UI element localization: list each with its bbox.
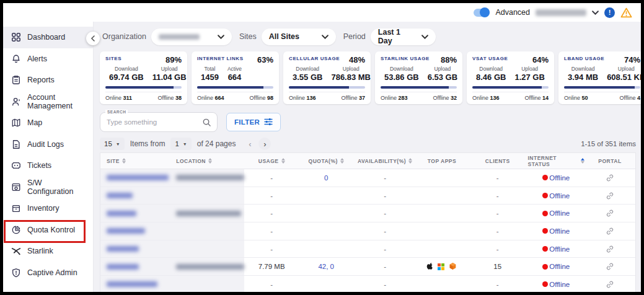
next-page-button[interactable]: › [258, 138, 271, 150]
card-col2-value: 608.51 KB [607, 73, 641, 82]
sidebar-item-audit-logs[interactable]: Audit Logs [3, 134, 93, 156]
prev-page-button[interactable]: ‹ [244, 138, 256, 150]
site-cell[interactable] [100, 240, 170, 258]
internet-status-cell: Offline [528, 169, 584, 187]
stat-card: SITES 89% Download69.74 GB Upload11.04 G… [100, 51, 187, 104]
portal-link-icon[interactable] [606, 192, 614, 200]
sidebar-item-starlink[interactable]: Starlink [3, 240, 93, 262]
portal-link-icon[interactable] [606, 262, 614, 271]
search-icon [202, 118, 211, 127]
sidebar-item-account-management[interactable]: Account Management [3, 91, 93, 113]
portal-link-icon[interactable] [606, 209, 614, 218]
table-row: - - - Offline [100, 205, 635, 222]
column-header-portal: PORTAL [584, 158, 635, 164]
column-header-internet-status[interactable]: INTERNET STATUS [528, 155, 584, 167]
sidebar: Dashboard Alerts Reports Account Managem… [3, 22, 94, 292]
card-online: Online 136 [289, 95, 316, 101]
site-cell[interactable] [100, 169, 170, 187]
offline-status-dot [542, 246, 548, 252]
page-select[interactable]: 1▼ [170, 138, 191, 150]
column-header-availability[interactable]: AVAILABILITY(%) [353, 158, 417, 164]
info-badge-icon[interactable]: ! [604, 7, 615, 18]
portal-link-icon[interactable] [606, 280, 614, 289]
chevron-down-icon [218, 35, 224, 39]
table-row: - - - Offline [100, 222, 635, 240]
sites-select[interactable]: All Sites [262, 29, 336, 45]
sort-icon [340, 158, 344, 164]
card-col1-label: Total [201, 66, 219, 72]
period-label: Period [343, 32, 366, 41]
sidebar-item-quota-kontrol[interactable]: Quota Kontrol [3, 219, 93, 241]
sidebar-item-alerts[interactable]: Alerts [3, 48, 93, 70]
quota-cell[interactable] [299, 187, 353, 205]
quota-cell[interactable] [299, 205, 353, 222]
quota-cell[interactable] [299, 222, 353, 240]
column-header-quota[interactable]: QUOTA(%) [299, 158, 353, 164]
availability-cell: - [353, 169, 417, 187]
portal-cell [584, 258, 635, 275]
period-select[interactable]: Last 1 Day [371, 29, 436, 45]
site-cell[interactable] [100, 222, 170, 240]
stat-card: INTERNET LINKS 63% Total1459 Active664 O… [192, 51, 279, 104]
portal-link-icon[interactable] [606, 174, 614, 182]
card-col1-value: 3.55 GB [293, 73, 322, 82]
location-redacted [176, 264, 244, 270]
quota-cell[interactable] [299, 240, 353, 258]
advanced-toggle[interactable] [474, 9, 490, 17]
warning-icon[interactable] [620, 7, 632, 18]
site-cell[interactable] [100, 205, 170, 222]
pie-chart-icon [11, 224, 21, 235]
usage-cell: - [244, 276, 299, 292]
card-col2-label: Upload [514, 66, 544, 72]
card-col1-label: Download [293, 66, 322, 72]
card-online: Online 283 [381, 95, 408, 101]
search-row: SEARCH FILTER [100, 112, 636, 132]
sidebar-item-sw-configuration[interactable]: S/W Configuration [3, 177, 93, 198]
card-offline: Offline 32 [433, 95, 457, 101]
table-header: SITE LOCATION USAGE QUOTA(%) AVAILABILIT… [100, 153, 635, 169]
sidebar-item-dashboard[interactable]: Dashboard [3, 27, 93, 48]
portal-link-icon[interactable] [606, 245, 614, 253]
sidebar-item-inventory[interactable]: Inventory [3, 198, 93, 219]
sidebar-item-label: Reports [27, 76, 55, 84]
stat-card: LBAND USAGE 74% Download3.94 MB Upload60… [558, 51, 641, 104]
site-name-redacted [107, 228, 145, 234]
stat-card: CELLULAR USAGE 48% Download3.55 GB Uploa… [283, 51, 371, 104]
quota-cell[interactable] [299, 276, 353, 292]
sidebar-item-tickets[interactable]: Tickets [3, 155, 93, 177]
card-col2-label: Upload [607, 66, 641, 72]
column-header-site[interactable]: SITE [100, 158, 170, 164]
sidebar-item-label: Audit Logs [27, 140, 64, 149]
column-header-usage[interactable]: USAGE [244, 158, 299, 164]
sidebar-item-captive-admin[interactable]: Captive Admin [3, 262, 93, 284]
card-title: STARLINK USAGE [381, 56, 430, 61]
page-size-select[interactable]: 15▼ [100, 138, 125, 150]
chevron-down-icon[interactable] [592, 11, 599, 15]
search-input[interactable] [107, 118, 202, 126]
location-cell [170, 276, 244, 292]
card-progress-bar [564, 86, 640, 89]
card-col1-value: 69.74 GB [109, 73, 144, 82]
organization-select[interactable] [151, 29, 232, 45]
quota-cell[interactable]: 42, 0 [299, 258, 353, 275]
internet-status-cell: Offline [528, 258, 584, 275]
sidebar-item-reports[interactable]: Reports [3, 69, 93, 91]
search-box[interactable]: SEARCH [100, 112, 218, 132]
sidebar-item-map[interactable]: Map [3, 112, 93, 134]
table-body: - 0 - - Offline [100, 169, 635, 292]
portal-link-icon[interactable] [606, 227, 614, 236]
site-cell[interactable] [100, 258, 170, 275]
card-title: SITES [105, 56, 121, 61]
card-col2-label: Upload [428, 66, 457, 72]
status-label: Offline [549, 227, 570, 235]
internet-status-cell: Offline [528, 240, 584, 258]
column-header-location[interactable]: LOCATION [170, 158, 244, 164]
sidebar-collapse-button[interactable] [86, 32, 100, 45]
filter-button[interactable]: FILTER [226, 113, 281, 131]
clients-cell: - [467, 276, 528, 292]
usage-cell: - [244, 169, 299, 187]
table-row: - - - Offline [100, 187, 635, 205]
quota-cell[interactable]: 0 [299, 169, 353, 187]
site-cell[interactable] [100, 276, 170, 292]
site-cell[interactable] [100, 187, 170, 205]
